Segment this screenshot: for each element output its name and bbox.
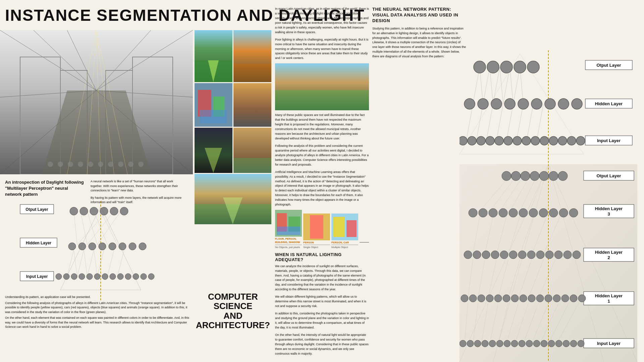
svg-point-55 bbox=[80, 207, 88, 215]
seg-caption-2: PERSON bbox=[303, 241, 330, 244]
svg-point-272 bbox=[533, 340, 540, 347]
svg-line-130 bbox=[496, 104, 503, 141]
bottom-title-line2: AND ARCHITECTURE? bbox=[195, 311, 271, 330]
seg-item-1: FLOOR, PERSON, BUILDING, SHADOW No Objec… bbox=[275, 210, 302, 249]
svg-point-228 bbox=[519, 208, 528, 217]
seg-item-2: PERSON Single Object bbox=[303, 214, 330, 249]
svg-point-146 bbox=[545, 99, 555, 109]
nn-bottom-diagram: Otput Layer Hidden Layer 3 Hidden Layer … bbox=[460, 164, 637, 362]
svg-point-263 bbox=[467, 340, 474, 347]
svg-point-79 bbox=[141, 274, 147, 280]
svg-point-20 bbox=[48, 162, 53, 167]
svg-point-227 bbox=[509, 208, 518, 217]
right-section: THE NEURAL NETWORK PATTERN: VISUAL DATA … bbox=[372, 7, 641, 355]
svg-point-243 bbox=[545, 251, 553, 259]
photo-4 bbox=[233, 83, 271, 127]
svg-point-66 bbox=[129, 243, 136, 250]
right-body: Studying this pattern, in addition to be… bbox=[372, 26, 466, 59]
svg-point-73 bbox=[94, 274, 100, 280]
photo-3 bbox=[195, 83, 232, 127]
svg-point-149 bbox=[460, 136, 467, 145]
svg-line-53 bbox=[94, 250, 97, 277]
svg-point-231 bbox=[549, 208, 558, 217]
svg-point-161 bbox=[567, 136, 576, 145]
svg-point-157 bbox=[531, 136, 540, 145]
svg-text:Otput Layer: Otput Layer bbox=[597, 63, 621, 68]
svg-point-72 bbox=[87, 274, 93, 280]
svg-point-241 bbox=[527, 251, 535, 259]
center-text-4: Following the analysis of this problem a… bbox=[275, 144, 369, 167]
svg-point-24 bbox=[88, 162, 93, 167]
svg-point-148 bbox=[572, 99, 582, 109]
svg-point-267 bbox=[496, 340, 503, 347]
svg-point-158 bbox=[540, 136, 549, 145]
svg-point-253 bbox=[511, 295, 519, 302]
seg-separator bbox=[360, 242, 369, 243]
svg-point-141 bbox=[478, 99, 488, 109]
center-text-2: Poor lighting in alleys is challenging, … bbox=[275, 38, 369, 61]
svg-line-128 bbox=[476, 104, 483, 141]
svg-line-38 bbox=[80, 211, 87, 245]
left-section: An introspection of Daylight following "… bbox=[0, 0, 195, 362]
svg-point-236 bbox=[482, 251, 490, 259]
svg-point-277 bbox=[570, 340, 577, 347]
center-text-5: Artificial Intelligence and Machine Lear… bbox=[275, 170, 369, 207]
middle-section: COMPUTER SCIENCE AND ARCHITECTURE? bbox=[195, 30, 272, 332]
intro-title: An introspection of Daylight following "… bbox=[5, 179, 86, 198]
seg-caption-3: PERSON, CAR bbox=[331, 241, 358, 244]
svg-line-133 bbox=[527, 104, 533, 141]
svg-point-276 bbox=[563, 340, 570, 347]
photo-1 bbox=[195, 30, 232, 82]
svg-point-273 bbox=[541, 340, 547, 347]
seg-label-1: No Objects, just pixels bbox=[275, 245, 302, 249]
svg-point-239 bbox=[509, 251, 517, 259]
svg-rect-86 bbox=[233, 64, 271, 82]
svg-text:Hidden Layer: Hidden Layer bbox=[595, 293, 623, 298]
svg-point-274 bbox=[548, 340, 555, 347]
svg-point-68 bbox=[56, 274, 62, 280]
photo-grid bbox=[195, 30, 272, 224]
svg-point-76 bbox=[117, 274, 123, 280]
svg-text:Hidden Layer: Hidden Layer bbox=[26, 241, 51, 245]
svg-text:Otput Layer: Otput Layer bbox=[25, 207, 48, 212]
seg-img-2 bbox=[303, 214, 330, 240]
svg-point-61 bbox=[78, 243, 86, 250]
svg-point-139 bbox=[527, 61, 539, 73]
svg-point-219 bbox=[530, 171, 539, 181]
svg-text:Hidden Layer: Hidden Layer bbox=[595, 206, 623, 211]
svg-text:Input Layer: Input Layer bbox=[597, 138, 621, 143]
svg-point-265 bbox=[482, 340, 488, 347]
svg-point-218 bbox=[521, 171, 530, 181]
right-title: THE NEURAL NETWORK PATTERN: VISUAL DATA … bbox=[372, 7, 466, 24]
seg-label-2: Single Object bbox=[303, 245, 330, 249]
svg-point-250 bbox=[486, 295, 493, 302]
svg-point-258 bbox=[553, 295, 560, 302]
svg-point-64 bbox=[109, 243, 116, 250]
svg-point-29 bbox=[138, 162, 144, 167]
svg-point-153 bbox=[495, 136, 503, 145]
svg-point-152 bbox=[486, 136, 494, 145]
svg-point-237 bbox=[491, 251, 499, 259]
svg-line-51 bbox=[74, 250, 77, 277]
svg-point-244 bbox=[554, 251, 562, 259]
svg-point-232 bbox=[559, 208, 568, 217]
svg-text:2: 2 bbox=[607, 255, 610, 260]
nn-diagram-left: Otput Layer Hidden Layer Input Layer bbox=[0, 201, 195, 302]
intro-text-block: An introspection of Daylight following "… bbox=[5, 179, 86, 198]
svg-point-234 bbox=[464, 251, 472, 259]
svg-point-223 bbox=[469, 208, 477, 217]
svg-point-221 bbox=[549, 171, 558, 181]
svg-rect-90 bbox=[200, 110, 226, 123]
svg-point-160 bbox=[558, 136, 567, 145]
svg-point-151 bbox=[477, 136, 485, 145]
svg-point-54 bbox=[70, 207, 78, 215]
center-text-9: On the other hand, the intensity of natu… bbox=[275, 333, 369, 356]
svg-rect-95 bbox=[233, 158, 271, 173]
svg-point-25 bbox=[98, 162, 103, 167]
bottom-title-line1: COMPUTER SCIENCE bbox=[195, 292, 271, 311]
svg-point-235 bbox=[473, 251, 481, 259]
svg-text:Hidden Layer: Hidden Layer bbox=[595, 250, 623, 255]
svg-point-63 bbox=[99, 243, 106, 250]
photo-row-1 bbox=[195, 30, 272, 82]
svg-point-278 bbox=[578, 340, 584, 347]
